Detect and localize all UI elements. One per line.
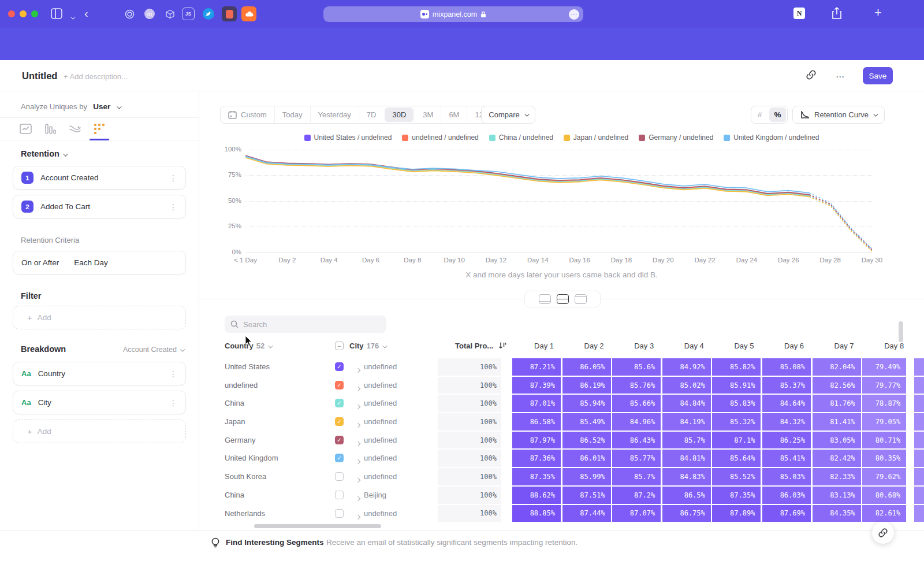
tab-flows[interactable] (69, 123, 81, 135)
table-row[interactable]: United Kingdom✓undefined100%87.36%86.01%… (0, 450, 924, 467)
cell-day-value[interactable]: 87.44% (562, 505, 611, 522)
page-settings-icon[interactable]: ⋯ (569, 9, 579, 20)
cell-day-value[interactable]: 85.52% (712, 468, 761, 485)
column-day[interactable]: Day 6 (784, 342, 804, 350)
row-checkbox-checked[interactable]: ✓ (335, 436, 344, 444)
cell-day-value[interactable]: 85.76% (612, 377, 661, 394)
cell-day-value[interactable]: 82.33% (813, 468, 861, 485)
column-day[interactable]: Day 1 (534, 342, 554, 350)
address-bar[interactable]: mixpanel.com ⋯ (323, 6, 583, 22)
row-checkbox-checked[interactable]: ✓ (335, 454, 344, 462)
cell-day-value[interactable]: 85.37% (762, 377, 811, 394)
cell-day-value[interactable]: 85.94% (562, 395, 611, 412)
range-3m[interactable]: 3M (415, 106, 441, 123)
cell-day-value[interactable]: 78.87% (862, 395, 906, 412)
cell-day-value[interactable]: 85.66% (612, 395, 661, 412)
legend-item[interactable]: undefined / undefined (402, 133, 478, 142)
expand-chevron-icon[interactable] (353, 364, 360, 374)
compare-button[interactable]: Compare (481, 106, 535, 124)
column-day[interactable]: Day 5 (734, 342, 754, 350)
cell-day-value[interactable]: 86.58% (512, 413, 561, 431)
cell-day-value[interactable]: 84.32% (762, 413, 811, 431)
cell-day-value[interactable]: 85.6% (612, 358, 661, 376)
sidebar-toggle-icon[interactable] (51, 8, 62, 19)
cell-day-value[interactable]: 87.07% (612, 505, 661, 522)
cell-day-value[interactable]: 79.77% (862, 377, 906, 394)
cell-day-value[interactable]: 85.91% (712, 377, 761, 394)
cell-day-value[interactable]: 82.61% (862, 505, 906, 522)
cell-day-value[interactable]: 86.25% (762, 432, 811, 449)
cell-day-value[interactable]: 84.81% (662, 450, 711, 467)
row-checkbox[interactable] (335, 472, 344, 481)
cell-day-value[interactable]: 82.56% (813, 377, 861, 394)
table-row[interactable]: undefined✓undefined100%87.39%86.19%85.76… (0, 377, 924, 394)
add-description[interactable]: + Add description... (64, 72, 128, 81)
cell-day-value[interactable]: 84.64% (762, 395, 811, 412)
range-yesterday[interactable]: Yesterday (310, 106, 359, 123)
horizontal-scrollbar[interactable] (254, 524, 381, 528)
close-window-button[interactable] (8, 10, 15, 17)
table-row[interactable]: South Koreaundefined100%87.35%85.99%85.7… (0, 468, 924, 485)
cell-day-value[interactable]: 79.62% (862, 468, 906, 485)
cell-day-value[interactable]: 87.2% (612, 487, 661, 504)
tab-funnels[interactable] (44, 123, 56, 135)
column-city[interactable]: City176 (349, 342, 386, 350)
column-day[interactable]: Day 8 (884, 342, 904, 350)
cell-day-value[interactable]: 88.62% (512, 487, 561, 504)
cell-day-value[interactable]: 87.1% (712, 432, 761, 449)
cell-day-value[interactable]: 79.49% (862, 358, 906, 376)
cell-day-value[interactable]: 84.35% (813, 505, 861, 522)
column-total-sorted[interactable]: Total Pro... (455, 342, 507, 350)
cell-day-value[interactable]: 84.19% (662, 413, 711, 431)
tab-retention-active[interactable] (94, 123, 105, 135)
cell-day-value[interactable]: 85.03% (762, 468, 811, 485)
analyze-value[interactable]: User (93, 102, 110, 111)
analyze-uniques-row[interactable]: Analyze Uniques by User (21, 101, 120, 112)
cell-day-value[interactable]: 83.05% (813, 432, 861, 449)
more-options-icon[interactable]: ⋯ (836, 72, 844, 82)
cell-day-value[interactable]: 86.5% (662, 487, 711, 504)
cell-day-value[interactable]: 87.01% (512, 395, 561, 412)
event-menu-icon[interactable]: ⋮ (169, 173, 177, 183)
cell-day-value[interactable]: 86.01% (562, 450, 611, 467)
expand-chevron-icon[interactable] (353, 383, 360, 393)
criteria-card[interactable]: On or After Each Day (13, 251, 186, 274)
table-row[interactable]: Netherlandsundefined100%88.85%87.44%87.0… (0, 505, 924, 522)
cell-day-value[interactable]: 85.49% (562, 413, 611, 431)
cloud-favicon[interactable] (241, 6, 256, 21)
layout-table-only-icon[interactable] (575, 294, 587, 304)
cell-day-value[interactable]: 85.7% (662, 432, 711, 449)
row-checkbox-checked[interactable]: ✓ (335, 399, 344, 407)
column-day[interactable]: Day 3 (634, 342, 654, 350)
legend-item[interactable]: Japan / undefined (564, 133, 628, 142)
row-checkbox-checked[interactable]: ✓ (335, 362, 344, 371)
cell-day-value[interactable]: 85.41% (762, 450, 811, 467)
cell-day-value[interactable]: 87.39% (512, 377, 561, 394)
cell-day-value[interactable]: 82.42% (813, 450, 861, 467)
expand-chevron-icon[interactable] (353, 400, 360, 411)
cell-day-value[interactable]: 86.05% (562, 358, 611, 376)
cell-day-value[interactable]: 85.08% (762, 358, 811, 376)
layout-split-icon[interactable] (557, 294, 569, 304)
vertical-scrollbar[interactable] (899, 321, 903, 342)
expand-chevron-icon[interactable] (353, 419, 360, 429)
cell-day-value[interactable]: 84.83% (662, 468, 711, 485)
cell-day-value[interactable]: 87.69% (762, 505, 811, 522)
find-segments-title[interactable]: Find Interesting Segments (226, 538, 324, 547)
expand-chevron-icon[interactable] (353, 492, 360, 503)
cell-day-value[interactable]: 87.51% (562, 487, 611, 504)
range-30d-active[interactable]: 30D (385, 107, 413, 122)
criteria-on-or-after[interactable]: On or After (21, 258, 59, 267)
cell-day-value[interactable]: 80.35% (862, 450, 906, 467)
cell-day-value[interactable]: 87.89% (712, 505, 761, 522)
cell-day-value[interactable]: 80.68% (862, 487, 906, 504)
format-percent-active[interactable]: % (769, 107, 786, 122)
cell-day-value[interactable]: 87.97% (512, 432, 561, 449)
table-row[interactable]: ChinaBeijing100%88.62%87.51%87.2%86.5%87… (0, 487, 924, 504)
cell-day-value[interactable]: 82.04% (813, 358, 861, 376)
table-search-input[interactable]: Search (225, 316, 386, 333)
range-custom[interactable]: Custom (221, 106, 274, 123)
cell-day-value[interactable]: 85.02% (662, 377, 711, 394)
cell-day-value[interactable]: 86.19% (562, 377, 611, 394)
range-7d[interactable]: 7D (359, 106, 384, 123)
